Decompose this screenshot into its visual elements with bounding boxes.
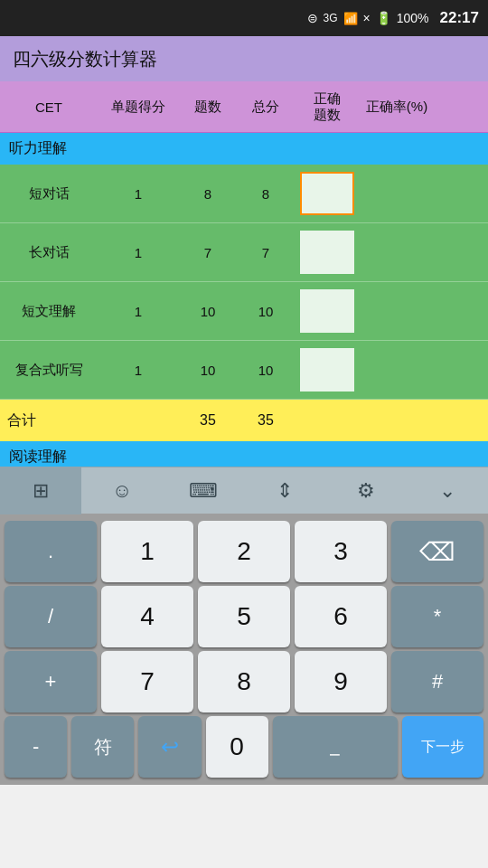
header-count: 题数 <box>179 99 237 116</box>
total-total: 35 <box>237 412 295 429</box>
row-name-4: 复合式听写 <box>0 362 98 379</box>
row-score-1: 1 <box>98 186 179 202</box>
keyboard-icon: ⌨ <box>189 479 218 503</box>
row-score-4: 1 <box>98 363 179 378</box>
key-3[interactable]: 3 <box>295 521 387 582</box>
table-header: CET 单题得分 题数 总分 正确 题数 正确率(%) <box>0 81 488 133</box>
header-correct: 正确 题数 <box>295 90 360 123</box>
toolbar-emoji-btn[interactable]: ☺ <box>81 467 163 514</box>
signal-bars: 📶 <box>343 12 358 25</box>
status-bar: ⊜ 3G 📶 × 🔋 100% 22:17 <box>0 0 488 36</box>
clock: 22:17 <box>440 9 479 27</box>
key-8[interactable]: 8 <box>198 651 290 712</box>
app-title: 四六级分数计算器 <box>13 47 157 71</box>
row-total-1: 8 <box>237 186 295 202</box>
key-dot[interactable]: . <box>5 521 97 582</box>
key-plus[interactable]: + <box>5 651 97 712</box>
row-name-1: 短对话 <box>0 185 98 203</box>
table-row: 长对话 1 7 7 <box>0 223 488 282</box>
row-count-1: 8 <box>179 186 237 202</box>
keyboard-toolbar: ⊞ ☺ ⌨ ⇕ ⚙ ⌄ <box>0 467 488 514</box>
toolbar-resize-btn[interactable]: ⇕ <box>244 467 325 514</box>
keyboard: . 1 2 3 ⌫ / 4 5 6 * + 7 8 9 # - 符 ↩ 0 ⎯ … <box>0 514 488 785</box>
emoji-icon: ☺ <box>112 479 132 503</box>
key-7[interactable]: 7 <box>101 651 193 712</box>
key-space[interactable]: ⎯ <box>273 716 398 778</box>
key-4[interactable]: 4 <box>101 586 193 647</box>
resize-icon: ⇕ <box>277 479 293 503</box>
key-multiply[interactable]: * <box>391 586 483 647</box>
total-label: 合计 <box>0 411 98 430</box>
key-next[interactable]: 下一步 <box>402 716 483 778</box>
toolbar-grid-btn[interactable]: ⊞ <box>0 467 81 514</box>
toolbar-gear-btn[interactable]: ⚙ <box>325 467 407 514</box>
signal-3g: 3G <box>324 12 338 24</box>
correct-input-4[interactable] <box>300 348 354 392</box>
key-2[interactable]: 2 <box>198 521 290 582</box>
chevron-down-icon: ⌄ <box>439 479 455 503</box>
table-row: 短对话 1 8 8 <box>0 165 488 223</box>
row-name-2: 长对话 <box>0 244 98 261</box>
gear-icon: ⚙ <box>357 479 375 503</box>
kb-row-2: / 4 5 6 * <box>5 586 483 647</box>
toolbar-chevron-btn[interactable]: ⌄ <box>407 467 488 514</box>
kb-row-4: - 符 ↩ 0 ⎯ 下一步 <box>5 716 483 778</box>
input-cell-3 <box>295 289 360 333</box>
section-header-listening: 听力理解 <box>0 133 488 165</box>
key-undo[interactable]: ↩ <box>138 716 201 778</box>
key-minus[interactable]: - <box>5 716 67 778</box>
row-name-3: 短文理解 <box>0 303 98 320</box>
input-cell-4 <box>295 348 360 392</box>
header-score: 单题得分 <box>98 99 179 116</box>
wifi-icon: ⊜ <box>307 11 318 25</box>
key-slash[interactable]: / <box>5 586 97 647</box>
next-section-hint: 阅读理解 <box>0 441 488 467</box>
correct-input-3[interactable] <box>300 289 354 333</box>
header-total: 总分 <box>237 99 295 116</box>
toolbar-keyboard-btn[interactable]: ⌨ <box>163 467 244 514</box>
key-1[interactable]: 1 <box>101 521 193 582</box>
battery-level: 100% <box>397 11 429 25</box>
battery-icon: 🔋 <box>376 11 391 25</box>
row-score-2: 1 <box>98 245 179 260</box>
row-total-4: 10 <box>237 363 295 378</box>
total-count: 35 <box>179 412 237 429</box>
correct-input-1[interactable] <box>300 172 354 215</box>
input-cell-1 <box>295 172 360 215</box>
row-count-2: 7 <box>179 245 237 260</box>
header-rate: 正确率(%) <box>360 99 434 116</box>
table-row: 短文理解 1 10 10 <box>0 282 488 341</box>
title-bar: 四六级分数计算器 <box>0 36 488 81</box>
signal-x: × <box>363 11 371 25</box>
key-9[interactable]: 9 <box>295 651 387 712</box>
row-count-4: 10 <box>179 363 237 378</box>
key-0[interactable]: 0 <box>206 716 268 778</box>
header-cet: CET <box>0 99 98 115</box>
row-total-2: 7 <box>237 245 295 260</box>
kb-row-1: . 1 2 3 ⌫ <box>5 521 483 582</box>
key-backspace[interactable]: ⌫ <box>391 521 483 582</box>
key-6[interactable]: 6 <box>295 586 387 647</box>
kb-row-3: + 7 8 9 # <box>5 651 483 712</box>
table-row: 复合式听写 1 10 10 <box>0 341 488 400</box>
input-cell-2 <box>295 231 360 274</box>
correct-input-2[interactable] <box>300 231 354 274</box>
key-symbol[interactable]: 符 <box>71 716 134 778</box>
grid-icon: ⊞ <box>33 479 49 503</box>
key-hash[interactable]: # <box>391 651 483 712</box>
row-count-3: 10 <box>179 304 237 319</box>
listening-rows: 短对话 1 8 8 长对话 1 7 7 短文理解 1 10 10 复合式听写 1… <box>0 165 488 400</box>
row-score-3: 1 <box>98 304 179 319</box>
total-row: 合计 35 35 <box>0 400 488 441</box>
key-5[interactable]: 5 <box>198 586 290 647</box>
row-total-3: 10 <box>237 304 295 319</box>
